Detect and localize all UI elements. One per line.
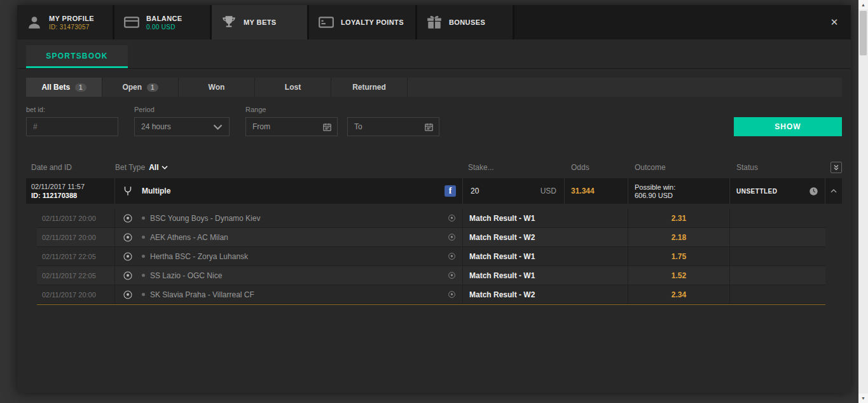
filter-count-badge: 1 (147, 83, 158, 92)
tab-label: BALANCE (146, 15, 183, 22)
bet-leg-row: 02/11/2017 22:05 Hertha BSC - Zorya Luha… (37, 247, 825, 266)
leg-date: 02/11/2017 20:00 (37, 285, 115, 304)
filter-open[interactable]: Open 1 (102, 78, 179, 97)
date-from-placeholder: From (252, 122, 270, 131)
soccer-icon (448, 252, 456, 260)
bet-type-filter-dropdown[interactable]: All (149, 163, 167, 172)
calendar-icon[interactable] (322, 122, 332, 132)
filter-lost[interactable]: Lost (255, 78, 331, 97)
leg-event[interactable]: BSC Young Boys - Dynamo Kiev (150, 214, 260, 223)
clock-icon (809, 187, 818, 196)
leg-date: 02/11/2017 20:00 (37, 209, 115, 227)
col-outcome: Outcome (628, 163, 730, 172)
scroll-up-arrow-icon[interactable]: ▲ (858, 0, 868, 10)
bet-row[interactable]: 02/11/2017 11:57 ID: 112170388 Multiple … (26, 178, 842, 204)
tab-label: LOYALTY POINTS (341, 18, 404, 26)
soccer-icon (115, 228, 141, 246)
filter-all-bets[interactable]: All Bets 1 (26, 78, 102, 97)
bet-leg-row: 02/11/2017 22:05 SS Lazio - OGC Nice Mat… (37, 266, 825, 285)
leg-date: 02/11/2017 20:00 (37, 228, 115, 246)
scrollbar-thumb[interactable] (860, 11, 867, 55)
chevron-down-icon (162, 166, 168, 169)
filter-label: Lost (285, 83, 301, 92)
date-from-field[interactable]: From (245, 117, 338, 136)
soccer-icon (448, 214, 456, 222)
leg-event[interactable]: SS Lazio - OGC Nice (150, 271, 222, 280)
tab-sportsbook[interactable]: SPORTSBOOK (26, 45, 128, 68)
close-icon[interactable]: ✕ (818, 5, 851, 39)
bet-leg-row: 02/11/2017 20:00 AEK Athens - AC Milan M… (37, 228, 825, 247)
leg-odds: 1.75 (628, 247, 730, 265)
card-icon (318, 14, 334, 31)
tab-my-profile[interactable]: MY PROFILE ID: 31473057 (17, 5, 113, 39)
balance-amount: 0.00 USD (146, 24, 183, 31)
period-select[interactable]: 24 hours (134, 117, 230, 136)
multiple-bet-icon (115, 178, 141, 204)
filter-won[interactable]: Won (179, 78, 255, 97)
leg-status (730, 209, 825, 227)
soccer-icon (448, 271, 456, 279)
filter-bar-spacer (408, 78, 842, 97)
leg-market: Match Result - W2 (463, 228, 628, 246)
bet-odds: 31.344 (565, 178, 628, 204)
bullet-dot (142, 216, 145, 220)
leg-status (730, 285, 825, 304)
tab-balance[interactable]: BALANCE 0.00 USD (114, 5, 210, 39)
page-background: MY PROFILE ID: 31473057 BALANCE 0.00 USD (0, 0, 868, 403)
bet-id-label: bet id: (26, 106, 45, 113)
show-button[interactable]: SHOW (734, 117, 842, 136)
bet-id: ID: 112170388 (31, 192, 77, 199)
gift-icon (426, 14, 443, 31)
bet-legs: 02/11/2017 20:00 BSC Young Boys - Dynamo… (37, 209, 825, 305)
col-bet-type: Bet Type All (115, 163, 463, 172)
bullet-dot (142, 293, 145, 296)
bullet-dot (142, 236, 145, 239)
leg-odds: 1.52 (628, 266, 730, 285)
tab-loyalty-points[interactable]: LOYALTY POINTS (309, 5, 415, 39)
tab-bonuses[interactable]: BONUSES (417, 5, 513, 39)
bets-table: Date and ID Bet Type All Stake... Odds O… (26, 157, 842, 305)
profile-id: ID: 31473057 (49, 24, 94, 31)
leg-odds: 2.18 (628, 228, 730, 246)
bet-search-form: bet id: Period 24 hours Range From To (26, 106, 842, 145)
browser-scrollbar[interactable]: ▲ ▼ (858, 0, 868, 403)
scroll-down-arrow-icon[interactable]: ▼ (858, 393, 868, 403)
date-to-placeholder: To (354, 122, 362, 131)
tab-my-bets[interactable]: MY BETS (212, 5, 307, 39)
collapse-all-icon[interactable] (830, 162, 842, 173)
leg-status (730, 247, 825, 265)
bet-filter-bar: All Bets 1 Open 1 Won Lost Returned (26, 78, 842, 97)
account-header: MY PROFILE ID: 31473057 BALANCE 0.00 USD (17, 5, 851, 39)
filter-returned[interactable]: Returned (331, 78, 408, 97)
bet-id-input[interactable] (26, 117, 118, 136)
leg-market: Match Result - W2 (463, 285, 628, 304)
filter-label: Open (122, 83, 142, 92)
leg-date: 02/11/2017 22:05 (37, 266, 115, 285)
calendar-icon[interactable] (424, 122, 434, 132)
filter-label: Won (209, 83, 225, 92)
tab-label: BONUSES (449, 18, 485, 26)
collapse-bet-icon[interactable] (825, 178, 842, 204)
bullet-dot (142, 274, 145, 277)
leg-market: Match Result - W1 (463, 247, 628, 265)
trophy-icon (221, 14, 237, 31)
header-spacer (514, 5, 818, 39)
stake-amount: 20 (471, 187, 479, 195)
user-icon (26, 14, 43, 31)
stake-currency: USD (541, 187, 556, 195)
leg-event[interactable]: Hertha BSC - Zorya Luhansk (150, 252, 248, 261)
period-value: 24 hours (141, 122, 171, 131)
chevron-down-icon (213, 122, 223, 132)
leg-odds: 2.31 (628, 209, 730, 227)
leg-event[interactable]: AEK Athens - AC Milan (150, 233, 228, 242)
bet-leg-row: 02/11/2017 20:00 BSC Young Boys - Dynamo… (37, 209, 825, 228)
section-tabs: SPORTSBOOK (17, 39, 851, 69)
date-to-field[interactable]: To (347, 117, 439, 136)
soccer-icon (115, 266, 141, 285)
leg-status (730, 228, 825, 246)
facebook-share-icon[interactable]: f (444, 185, 456, 197)
col-date-and-id: Date and ID (26, 163, 115, 172)
filter-label: Returned (352, 83, 386, 92)
col-stake: Stake... (463, 163, 565, 172)
leg-event[interactable]: SK Slavia Praha - Villarreal CF (150, 290, 254, 299)
